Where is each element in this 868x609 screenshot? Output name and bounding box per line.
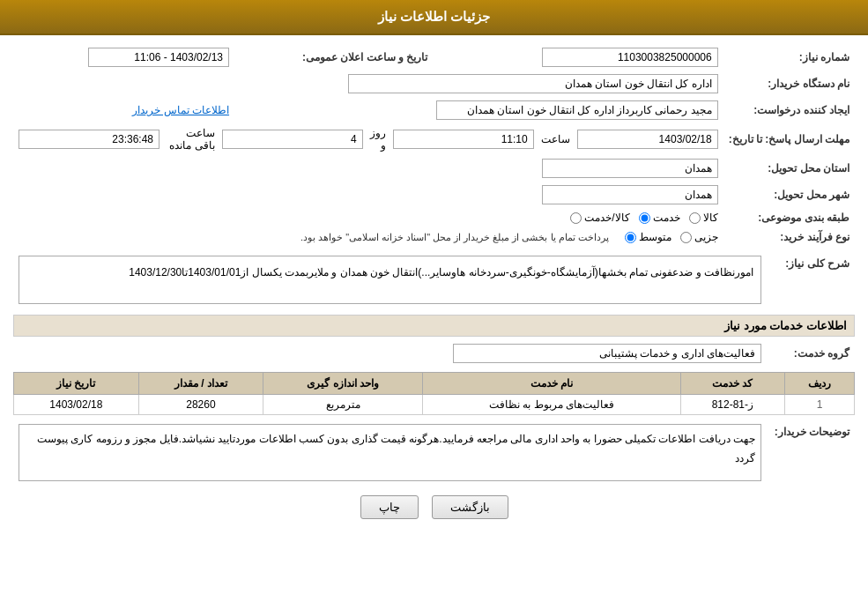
requester-contact-link[interactable]: اطلاعات تماس خریدار [132,104,229,116]
main-content: شماره نیاز: 1103003825000006 تاریخ و ساع… [0,35,868,535]
requester-label: ایجاد کننده درخواست: [723,97,855,123]
deadline-days-label: روز و [370,127,386,152]
process-jozi: جزیی [680,231,718,243]
process-motavasset: متوسط [625,231,671,243]
buyer-org-field: اداره کل انتقال خون استان همدان [348,74,718,93]
need-number-label: شماره نیاز: [723,44,855,71]
buyer-notes-table: توضیحات خریدار: جهت دریافت اطلاعات تکمیل… [13,420,855,485]
process-flex: جزیی متوسط پرداخت تمام یا بخشی از مبلغ خ… [19,231,718,243]
col-code: کد خدمت [680,373,784,395]
buyer-notes-field: جهت دریافت اطلاعات تکمیلی حضورا به واحد … [19,424,761,481]
process-label: نوع فرآیند خرید: [723,227,855,247]
announce-date-field: 1403/02/13 - 11:06 [88,48,229,67]
process-options: جزیی متوسط پرداخت تمام یا بخشی از مبلغ خ… [13,227,723,247]
service-unit: مترمربع [263,395,423,415]
service-group-label: گروه خدمت: [767,340,855,367]
deadline-remaining-field: 23:36:48 [19,130,160,149]
service-group-value-cell: فعالیت‌های اداری و خدمات پشتیبانی [13,340,767,367]
category-radio-group: کالا خدمت کالا/خدمت [19,212,718,224]
process-motavasset-label: متوسط [639,231,671,243]
deadline-time-field: 11:10 [393,130,534,149]
need-number-row: شماره نیاز: 1103003825000006 تاریخ و ساع… [13,44,855,71]
delivery-province-row: استان محل تحویل: همدان [13,155,855,182]
table-row: 1 ز-81-812 فعالیت‌های مربوط به نظافت متر… [14,395,855,415]
category-kala-radio[interactable] [689,212,701,224]
deadline-flex: 1403/02/18 ساعت 11:10 روز و 4 ساعت باقی … [19,127,718,152]
deadline-label: مهلت ارسال پاسخ: تا تاریخ: [723,123,855,155]
services-table-body: 1 ز-81-812 فعالیت‌های مربوط به نظافت متر… [14,395,855,415]
buyer-org-value: اداره کل انتقال خون استان همدان [13,71,723,97]
announce-date-value: 1403/02/13 - 11:06 [13,44,234,71]
page-header: جزئیات اطلاعات نیاز [0,0,868,35]
row-number: 1 [784,395,854,415]
requester-value: مجید رحمانی کاربرداز اداره کل انتقال خون… [234,97,723,123]
description-label: شرح کلی نیاز: [767,252,855,308]
description-field: امورنظافت و ضدعفونی تمام بخشها(آزمایشگاه… [19,256,761,304]
description-row: شرح کلی نیاز: امورنظافت و ضدعفونی تمام ب… [13,252,855,308]
category-kala-khedmat-radio[interactable] [570,212,582,224]
delivery-city-field: همدان [542,185,718,204]
category-kala-label: کالا [703,212,718,224]
col-unit: واحد اندازه گیری [263,373,423,395]
category-kala-khedmat-label: کالا/خدمت [584,212,629,224]
delivery-city-label: شهر محل تحویل: [723,182,855,208]
requester-field: مجید رحمانی کاربرداز اداره کل انتقال خون… [436,100,718,120]
main-info-table: شماره نیاز: 1103003825000006 تاریخ و ساع… [13,44,855,247]
need-number-field: 1103003825000006 [542,48,718,67]
deadline-row: مهلت ارسال پاسخ: تا تاریخ: 1403/02/18 سا… [13,123,855,155]
col-date: تاریخ نیاز [14,373,139,395]
buyer-org-label: نام دستگاه خریدار: [723,71,855,97]
page-title: جزئیات اطلاعات نیاز [378,9,490,24]
print-button[interactable]: چاپ [360,495,419,519]
service-group-field: فعالیت‌های اداری و خدمات پشتیبانی [453,344,761,363]
requester-row: ایجاد کننده درخواست: مجید رحمانی کاربردا… [13,97,855,123]
buyer-org-row: نام دستگاه خریدار: اداره کل انتقال خون ا… [13,71,855,97]
back-button[interactable]: بازگشت [432,495,508,519]
category-label: طبقه بندی موضوعی: [723,208,855,227]
service-qty: 28260 [138,395,263,415]
service-group-table: گروه خدمت: فعالیت‌های اداری و خدمات پشتی… [13,340,855,367]
deadline-date-field: 1403/02/18 [577,130,718,149]
process-jozi-radio[interactable] [680,232,692,243]
category-kala-khedmat: کالا/خدمت [570,212,629,224]
process-note: پرداخت تمام یا بخشی از مبلغ خریدار از مح… [300,232,618,243]
delivery-province-value: همدان [13,155,723,182]
announce-date-label: تاریخ و ساعت اعلان عمومی: [234,44,433,71]
buyer-notes-label: توضیحات خریدار: [767,420,855,485]
deadline-values: 1403/02/18 ساعت 11:10 روز و 4 ساعت باقی … [13,123,723,155]
service-name: فعالیت‌های مربوط به نظافت [423,395,680,415]
category-options: کالا خدمت کالا/خدمت [13,208,723,227]
service-group-row: گروه خدمت: فعالیت‌های اداری و خدمات پشتی… [13,340,855,367]
process-row: نوع فرآیند خرید: جزیی متوسط [13,227,855,247]
buyer-notes-row: توضیحات خریدار: جهت دریافت اطلاعات تکمیل… [13,420,855,485]
delivery-province-field: همدان [542,159,718,178]
service-code: ز-81-812 [680,395,784,415]
col-qty: تعداد / مقدار [138,373,263,395]
col-row: ردیف [784,373,854,395]
page-wrapper: جزئیات اطلاعات نیاز شماره نیاز: 11030038… [0,0,868,609]
description-value-cell: امورنظافت و ضدعفونی تمام بخشها(آزمایشگاه… [13,252,767,308]
buyer-notes-value-cell: جهت دریافت اطلاعات تکمیلی حضورا به واحد … [13,420,767,485]
deadline-remaining-label: ساعت باقی مانده [167,127,215,152]
deadline-time-label: ساعت [541,133,570,145]
col-name: نام خدمت [423,373,680,395]
action-buttons: بازگشت چاپ [13,495,855,519]
need-number-value: 1103003825000006 [450,44,723,71]
services-header-row: ردیف کد خدمت نام خدمت واحد اندازه گیری ت… [14,373,855,395]
delivery-province-label: استان محل تحویل: [723,155,855,182]
category-khedmat-radio[interactable] [639,212,650,224]
category-kala: کالا [689,212,718,224]
deadline-days-field: 4 [222,130,363,149]
description-table: شرح کلی نیاز: امورنظافت و ضدعفونی تمام ب… [13,252,855,308]
services-data-table: ردیف کد خدمت نام خدمت واحد اندازه گیری ت… [13,372,855,415]
process-jozi-label: جزیی [694,231,718,243]
delivery-city-row: شهر محل تحویل: همدان [13,182,855,208]
category-khedmat-label: خدمت [653,212,680,224]
process-radio-group: جزیی متوسط [625,231,718,243]
services-section-title: اطلاعات خدمات مورد نیاز [13,315,855,337]
process-motavasset-radio[interactable] [625,232,636,243]
requester-link-cell: اطلاعات تماس خریدار [13,97,234,123]
category-row: طبقه بندی موضوعی: کالا خدمت کالا/خدمت [13,208,855,227]
services-table-head: ردیف کد خدمت نام خدمت واحد اندازه گیری ت… [14,373,855,395]
category-khedmat: خدمت [639,212,680,224]
